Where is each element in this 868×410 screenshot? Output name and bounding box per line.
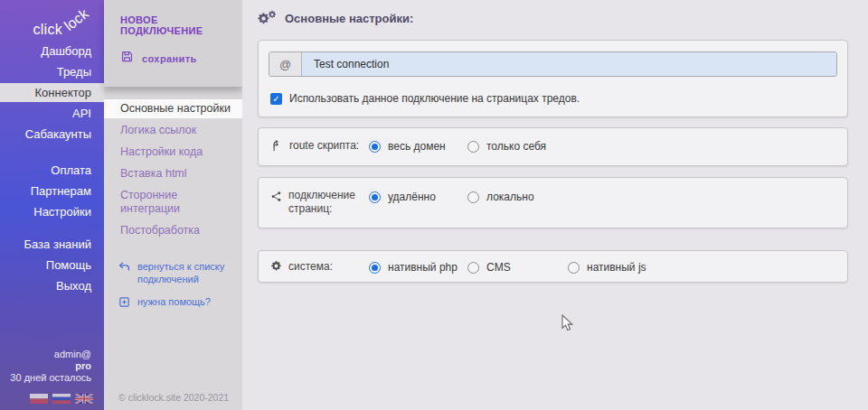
account-days-left: 30 дней осталось (10, 372, 91, 384)
need-help-link[interactable]: нужна помощь? (118, 295, 234, 311)
radio-option-only-self[interactable]: только себя (467, 140, 546, 153)
at-icon: @ (269, 52, 302, 76)
sidebar-nav: Дашборд Треды Коннектор API Сабакаунты О… (0, 42, 104, 297)
save-button-label: сохранить (142, 53, 197, 64)
menu-item-main-settings[interactable]: Основные настройки (104, 99, 242, 118)
main-header: Основные настройки: (242, 0, 868, 27)
account-plan: pro (10, 360, 91, 372)
system-label: система: (288, 260, 333, 274)
need-help-label: нужна помощь? (137, 295, 211, 308)
back-arrow-icon (118, 260, 130, 275)
radio-option-whole-domain[interactable]: весь домен (369, 140, 446, 153)
account-email: admin@ (10, 349, 91, 360)
radio-remote[interactable] (369, 191, 381, 203)
sidebar-item-logout[interactable]: Выход (0, 276, 104, 295)
radio-remote-label: удалённо (388, 191, 436, 203)
radio-cms-label: CMS (486, 261, 511, 274)
route-icon (270, 139, 283, 156)
radio-only-self[interactable] (467, 141, 479, 153)
use-on-thread-pages-checkbox[interactable]: ✓ (270, 93, 282, 105)
radio-native-php-label: нативный php (388, 261, 458, 274)
page-connection-card: подключение страниц: удалённо локально (258, 177, 848, 228)
page-title: Основные настройки: (285, 12, 413, 25)
logo-text-lock: lock (61, 5, 91, 34)
radio-option-native-js[interactable]: нативный js (568, 261, 646, 274)
russia-flag[interactable] (52, 394, 71, 404)
copyright: © clicklock.site 2020-2021 (118, 392, 229, 403)
radio-option-native-php[interactable]: нативный php (369, 261, 458, 274)
use-on-thread-pages-label: Использовать данное подключение на стран… (289, 92, 580, 105)
back-to-connections-label: вернуться к списку подключений (137, 260, 234, 285)
script-route-label: route скрипта: (289, 139, 359, 153)
sidebar-item-help[interactable]: Помощь (0, 256, 104, 275)
panel-links: вернуться к списку подключений нужна пом… (118, 260, 242, 311)
radio-option-remote[interactable]: удалённо (369, 191, 436, 203)
radio-option-local[interactable]: локально (467, 191, 534, 203)
use-on-thread-pages-row: ✓ Использовать данное подключение на стр… (270, 92, 580, 105)
menu-item-integrations[interactable]: Сторонние интеграции (104, 186, 242, 219)
radio-only-self-label: только себя (486, 140, 546, 153)
sidebar-item-connector[interactable]: Коннектор (0, 83, 104, 102)
gear-icon (270, 260, 282, 275)
sidebar-item-subaccounts[interactable]: Сабакаунты (0, 125, 104, 144)
logo-text-click: click (33, 22, 62, 38)
connection-name-input[interactable]: Test connection (302, 52, 836, 76)
sidebar-item-partners[interactable]: Партнерам (0, 182, 104, 200)
page-connection-label: подключение страниц: (288, 189, 364, 216)
system-label-row: система: (270, 260, 364, 275)
language-switcher (30, 394, 93, 404)
menu-item-html-insert[interactable]: Вставка html (104, 164, 242, 183)
radio-local-label: локально (486, 191, 534, 203)
connection-settings-menu: Основные настройки Логика ссылок Настрой… (104, 99, 242, 240)
script-route-label-row: route скрипта: (270, 139, 364, 156)
radio-cms[interactable] (467, 262, 479, 274)
connection-name-card: @ Test connection ✓ Использовать данное … (258, 40, 848, 117)
radio-native-js-label: нативный js (587, 261, 646, 274)
gears-icon (257, 10, 277, 27)
radio-whole-domain[interactable] (369, 141, 381, 153)
script-route-card: route скрипта: весь домен только себя (258, 127, 848, 166)
sidebar-item-api[interactable]: API (0, 104, 104, 123)
radio-option-cms[interactable]: CMS (467, 261, 511, 274)
menu-item-link-logic[interactable]: Логика ссылок (104, 121, 242, 140)
uk-flag[interactable] (75, 394, 93, 404)
sidebar-item-threads[interactable]: Треды (0, 62, 104, 81)
sidebar-item-settings[interactable]: Настройки (0, 202, 104, 221)
sidebar-item-knowledge-base[interactable]: База знаний (0, 235, 104, 254)
poland-flag[interactable] (30, 394, 48, 404)
system-card: система: нативный php CMS нативный js (258, 250, 848, 283)
sidebar-item-payment[interactable]: Оплата (0, 161, 104, 180)
save-button[interactable]: сохранить (120, 50, 242, 67)
connection-name-input-group: @ Test connection (269, 51, 837, 77)
sidebar: click lock Дашборд Треды Коннектор API С… (0, 0, 104, 410)
radio-native-js[interactable] (568, 262, 580, 274)
main-content: Основные настройки: @ Test connection ✓ … (242, 0, 868, 410)
save-icon (120, 50, 134, 67)
account-info: admin@ pro 30 дней осталось (10, 349, 91, 384)
panel-title: НОВОЕ ПОДКЛЮЧЕНИЕ (104, 0, 242, 36)
sidebar-item-dashboard[interactable]: Дашборд (0, 42, 104, 61)
back-to-connections-link[interactable]: вернуться к списку подключений (118, 260, 234, 285)
share-icon (270, 191, 282, 206)
radio-local[interactable] (467, 191, 479, 203)
add-box-icon (118, 295, 130, 311)
menu-item-postprocessing[interactable]: Постобработка (104, 221, 242, 240)
connection-panel: НОВОЕ ПОДКЛЮЧЕНИЕ сохранить Основные нас… (104, 0, 242, 410)
menu-item-code-settings[interactable]: Настройки кода (104, 143, 242, 162)
radio-whole-domain-label: весь домен (388, 140, 446, 153)
connection-panel-header: НОВОЕ ПОДКЛЮЧЕНИЕ сохранить (104, 0, 242, 87)
radio-native-php[interactable] (369, 262, 381, 274)
page-connection-label-row: подключение страниц: (270, 189, 364, 216)
